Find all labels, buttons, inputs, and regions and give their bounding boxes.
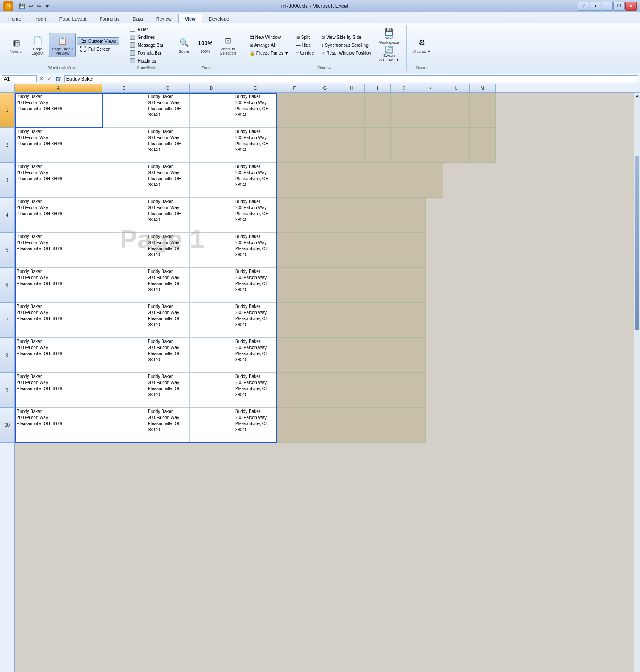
cell-d10[interactable] (190, 408, 233, 443)
cell-e4[interactable]: Buddy Baker200 Falcon WayPleasantville, … (233, 198, 277, 233)
ruler-checkbox[interactable]: Ruler (127, 25, 167, 33)
cell-b1[interactable] (102, 93, 146, 128)
macros-button[interactable]: ⚙ Macros ▼ (410, 33, 434, 57)
cell-d8[interactable] (190, 338, 233, 373)
cell-m1[interactable] (470, 93, 496, 128)
formula-input[interactable] (64, 75, 638, 82)
col-header-i[interactable]: I (365, 84, 391, 92)
cell-c6[interactable]: Buddy Baker200 Falcon WayPleasantville, … (146, 268, 190, 303)
cell-rest7[interactable] (277, 303, 426, 338)
cell-j1[interactable] (391, 93, 417, 128)
freeze-panes-button[interactable]: 🔒 Freeze Panes ▼ (247, 49, 292, 57)
row-header-2[interactable]: 2 (0, 128, 14, 163)
cell-b9[interactable] (102, 373, 146, 408)
cell-rest4[interactable] (277, 198, 426, 233)
cell-l2[interactable] (443, 128, 470, 163)
cell-b2[interactable] (102, 128, 146, 163)
cell-a8[interactable]: Buddy Baker200 Falcon WayPleasantville, … (15, 338, 102, 373)
cell-e7[interactable]: Buddy Baker200 Falcon WayPleasantville, … (233, 303, 277, 338)
split-button[interactable]: ⊟ Split (293, 33, 317, 41)
row-header-6[interactable]: 6 (0, 268, 14, 303)
cell-rest8[interactable] (277, 338, 426, 373)
cell-c7[interactable]: Buddy Baker200 Falcon WayPleasantville, … (146, 303, 190, 338)
tab-home[interactable]: Home (2, 14, 28, 23)
undo-quick-btn[interactable]: ↩ (28, 3, 35, 10)
reset-window-button[interactable]: ↺ Reset Window Position (318, 49, 374, 57)
cell-c4[interactable]: Buddy Baker200 Falcon WayPleasantville, … (146, 198, 190, 233)
zoom-100-button[interactable]: 100% 100% (195, 33, 216, 57)
cell-rest5[interactable] (277, 233, 426, 268)
cell-g3[interactable] (312, 163, 338, 198)
row-header-7[interactable]: 7 (0, 303, 14, 338)
v-scroll-thumb[interactable] (635, 156, 639, 330)
new-window-button[interactable]: 🗔 New Window (247, 33, 292, 41)
row-header-1[interactable]: 1 (0, 93, 14, 128)
save-quick-btn[interactable]: 💾 (17, 3, 27, 10)
row-header-4[interactable]: 4 (0, 198, 14, 233)
col-header-f[interactable]: F (277, 84, 312, 92)
cell-e10[interactable]: Buddy Baker200 Falcon WayPleasantville, … (233, 408, 277, 443)
minimize-btn[interactable]: _ (602, 2, 613, 10)
cell-g1[interactable] (312, 93, 338, 128)
help-btn[interactable]: ? (578, 2, 589, 10)
col-header-m[interactable]: M (470, 84, 496, 92)
row-header-8[interactable]: 8 (0, 338, 14, 373)
cell-e2[interactable]: Buddy Baker200 Falcon WayPleasantville, … (233, 128, 277, 163)
row-header-3[interactable]: 3 (0, 163, 14, 198)
col-header-l[interactable]: L (443, 84, 470, 92)
cell-e1[interactable]: Buddy Baker200 Falcon WayPleasantville, … (233, 93, 277, 128)
cell-a4[interactable]: Buddy Baker200 Falcon WayPleasantville, … (15, 198, 102, 233)
cell-d9[interactable] (190, 373, 233, 408)
col-header-k[interactable]: K (417, 84, 443, 92)
cell-d5[interactable] (190, 233, 233, 268)
cell-e6[interactable]: Buddy Baker200 Falcon WayPleasantville, … (233, 268, 277, 303)
tab-formulas[interactable]: Formulas (93, 14, 126, 23)
cell-e8[interactable]: Buddy Baker200 Falcon WayPleasantville, … (233, 338, 277, 373)
cell-c2[interactable]: Buddy Baker200 Falcon WayPleasantville, … (146, 128, 190, 163)
cell-b6[interactable] (102, 268, 146, 303)
col-header-h[interactable]: H (338, 84, 365, 92)
cell-a9[interactable]: Buddy Baker200 Falcon WayPleasantville, … (15, 373, 102, 408)
col-header-j[interactable]: J (391, 84, 417, 92)
cell-a10[interactable]: Buddy Baker200 Falcon WayPleasantville, … (15, 408, 102, 443)
cell-g2[interactable] (312, 128, 338, 163)
row-header-9[interactable]: 9 (0, 373, 14, 408)
sync-scroll-button[interactable]: ↕ Synchronous Scrolling (318, 41, 374, 49)
formula-bar-checkbox[interactable]: Formula Bar (127, 49, 167, 57)
col-header-a[interactable]: A (15, 84, 102, 92)
cell-rest10[interactable] (277, 408, 426, 443)
cell-a2[interactable]: Buddy Baker200 Falcon WayPleasantville, … (15, 128, 102, 163)
tab-view[interactable]: View (178, 14, 202, 23)
unhide-button[interactable]: ≡ Unhide (293, 49, 317, 57)
restore-btn[interactable]: ❐ (613, 2, 625, 10)
cell-b5[interactable] (102, 233, 146, 268)
cell-c5[interactable]: Buddy Baker200 Falcon WayPleasantville, … (146, 233, 190, 268)
col-header-e[interactable]: E (233, 84, 277, 92)
col-header-c[interactable]: C (146, 84, 190, 92)
tab-review[interactable]: Review (150, 14, 178, 23)
cell-a1[interactable]: Buddy Baker200 Falcon WayPleasantville, … (15, 93, 102, 128)
cell-d7[interactable] (190, 303, 233, 338)
col-header-d[interactable]: D (190, 84, 233, 92)
cell-c3[interactable]: Buddy Baker200 Falcon WayPleasantville, … (146, 163, 190, 198)
cell-l1[interactable] (443, 93, 470, 128)
cell-b4[interactable] (102, 198, 146, 233)
cell-a5[interactable]: Buddy Baker200 Falcon WayPleasantville, … (15, 233, 102, 268)
cell-j2[interactable] (391, 128, 417, 163)
vertical-scrollbar[interactable]: ▲ ▼ (634, 93, 640, 672)
office-logo-icon[interactable]: O (3, 1, 13, 11)
row-header-10[interactable]: 10 (0, 408, 14, 443)
full-screen-button[interactable]: ⛶ Full Screen (77, 45, 119, 53)
confirm-formula-btn[interactable]: ✓ (46, 76, 52, 82)
cell-d3[interactable] (190, 163, 233, 198)
zoom-selection-button[interactable]: ⊡ Zoom toSelection (217, 33, 239, 57)
cell-b3[interactable] (102, 163, 146, 198)
cell-b7[interactable] (102, 303, 146, 338)
scroll-up-btn[interactable]: ▲ (635, 93, 640, 98)
page-layout-view-button[interactable]: 📄 PageLayout (28, 33, 48, 57)
cell-e5[interactable]: Buddy Baker200 Falcon WayPleasantville, … (233, 233, 277, 268)
cell-a7[interactable]: Buddy Baker200 Falcon WayPleasantville, … (15, 303, 102, 338)
tab-developer[interactable]: Developer (202, 14, 237, 23)
cell-i2[interactable] (365, 128, 391, 163)
normal-view-button[interactable]: ▦ Normal (6, 33, 26, 57)
